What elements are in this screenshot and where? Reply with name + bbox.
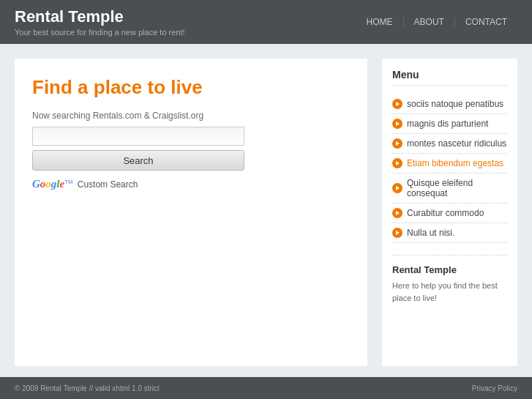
menu-bullet-icon [392,228,402,238]
sidebar-item-label: sociis natoque penatibus [407,99,503,109]
search-description: Now searching Rentals.com & Craigslist.o… [32,111,350,121]
sidebar-item-label: Quisque eleifend consequat [407,178,507,198]
footer-privacy-policy[interactable]: Privacy Policy [472,384,517,392]
sidebar-menu-list: sociis natoque penatibusmagnis dis partu… [392,94,507,243]
search-button[interactable]: Search [32,150,244,171]
sidebar-menu-item[interactable]: sociis natoque penatibus [392,94,507,114]
sidebar-menu-item[interactable]: magnis dis parturient [392,114,507,134]
menu-bullet-icon [392,183,402,193]
site-tagline: Your best source for finding a new place… [15,28,185,37]
search-input[interactable] [32,127,244,146]
google-logo: GoogleTM [32,178,73,190]
custom-search-label: Custom Search [78,179,138,190]
sidebar-item-label: magnis dis parturient [407,119,488,129]
widget-text: Here to help you find the best place to … [392,280,507,304]
sidebar-item-label: Curabitur commodo [407,208,484,218]
footer-copyright: © 2009 Rental Temple // valid xhtml 1.0 … [15,384,160,392]
site-branding: Rental Temple Your best source for findi… [15,7,185,37]
sidebar-menu-item[interactable]: Curabitur commodo [392,204,507,223]
menu-bullet-icon [392,119,402,129]
sidebar: Menu sociis natoque penatibusmagnis dis … [382,59,517,366]
site-footer: © 2009 Rental Temple // valid xhtml 1.0 … [0,377,532,399]
main-nav: HOME ABOUT CONTACT [356,18,517,26]
sidebar-menu-item[interactable]: Nulla ut nisi. [392,223,507,243]
sidebar-menu-item[interactable]: Quisque eleifend consequat [392,174,507,204]
sidebar-menu-item[interactable]: Etiam bibendum egestas [392,154,507,174]
widget-title: Rental Temple [392,264,507,275]
sidebar-menu-item[interactable]: montes nascetur ridiculus [392,134,507,154]
content-area: Find a place to live Now searching Renta… [15,59,367,366]
sidebar-menu-title: Menu [392,69,507,86]
menu-bullet-icon [392,138,402,149]
sidebar-item-label: montes nascetur ridiculus [407,138,506,149]
sidebar-widget: Rental Temple Here to help you find the … [392,255,507,304]
page-heading: Find a place to live [32,76,350,99]
nav-about[interactable]: ABOUT [404,18,455,26]
google-branding: GoogleTM Custom Search [32,178,350,190]
menu-bullet-icon [392,158,402,168]
menu-bullet-icon [392,99,402,109]
nav-contact[interactable]: CONTACT [455,18,517,26]
sidebar-item-label: Etiam bibendum egestas [407,158,503,168]
menu-bullet-icon [392,208,402,218]
site-title: Rental Temple [15,7,185,26]
site-header: Rental Temple Your best source for findi… [0,0,532,44]
nav-home[interactable]: HOME [356,18,404,26]
main-wrapper: Find a place to live Now searching Renta… [0,44,532,381]
sidebar-item-label: Nulla ut nisi. [407,228,454,238]
